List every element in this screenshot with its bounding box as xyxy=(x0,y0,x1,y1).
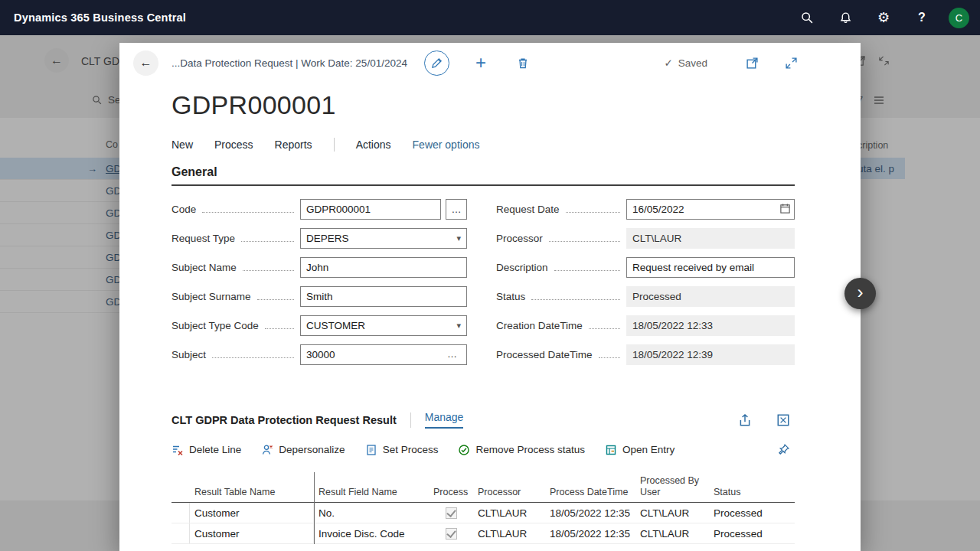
col-processed-by-user[interactable]: Processed By User xyxy=(635,475,709,498)
col-status[interactable]: Status xyxy=(709,487,795,498)
dotted-leader xyxy=(566,212,620,213)
code-assist-icon[interactable]: … xyxy=(446,199,467,220)
field-subject: Subject … xyxy=(172,344,467,365)
dialog-window-actions xyxy=(741,56,802,70)
new-record-icon[interactable]: + xyxy=(471,53,491,73)
app-header: Dynamics 365 Business Central ⚙ ? C xyxy=(0,0,980,35)
request-date-input[interactable] xyxy=(626,199,795,220)
chevron-down-icon[interactable]: ▾ xyxy=(456,233,461,243)
cell-process xyxy=(429,523,473,543)
cell-processed-by-user: CLT\LAUR xyxy=(635,503,709,523)
menu-item-new[interactable]: New xyxy=(172,139,193,151)
expand-icon[interactable] xyxy=(780,56,802,70)
open-entry-icon xyxy=(605,444,617,456)
table-row[interactable]: Customer Invoice Disc. Code CLT\LAUR 18/… xyxy=(172,523,795,544)
dotted-leader xyxy=(554,270,620,271)
cell-result-field-name: Invoice Disc. Code xyxy=(314,523,429,543)
section-divider xyxy=(410,412,411,428)
next-record-button[interactable]: › xyxy=(844,278,876,309)
set-process-button[interactable]: Set Process xyxy=(365,444,439,456)
dialog-back-icon[interactable]: ← xyxy=(133,51,158,76)
field-request-type: Request Type ▾ xyxy=(172,227,467,249)
saved-check-icon: ✓ xyxy=(664,57,672,69)
menu-item-process[interactable]: Process xyxy=(214,139,253,151)
dotted-leader xyxy=(257,299,294,300)
open-in-excel-icon[interactable] xyxy=(772,412,795,428)
general-section-heading[interactable]: General xyxy=(172,165,795,186)
cell-spacer xyxy=(288,503,314,523)
subject-name-input[interactable] xyxy=(300,257,467,278)
remove-process-status-button[interactable]: Remove Process status xyxy=(458,444,585,456)
dialog-caption: ...Data Protection Request | Work Date: … xyxy=(172,57,407,69)
set-process-icon xyxy=(365,444,377,456)
open-entry-button[interactable]: Open Entry xyxy=(605,444,675,456)
col-result-table-name[interactable]: Result Table Name xyxy=(190,487,288,498)
cell-process-datetime: 18/05/2022 12:35 xyxy=(545,503,635,523)
process-checkbox[interactable] xyxy=(446,507,457,519)
field-status: Status Processed xyxy=(496,285,795,307)
code-input[interactable] xyxy=(300,199,441,220)
delete-line-icon xyxy=(172,444,184,456)
result-toolbar: Delete Line Depersonalize Set Process Re… xyxy=(172,442,795,457)
result-header-icons xyxy=(733,412,795,428)
row-selector-cell xyxy=(172,523,190,543)
cell-spacer xyxy=(288,523,314,543)
cell-processor: CLT\LAUR xyxy=(473,503,545,523)
save-status: ✓ Saved xyxy=(664,57,707,69)
cell-status: Processed xyxy=(709,503,795,523)
field-description: Description xyxy=(496,256,795,278)
field-processor: Processor CLT\LAUR xyxy=(496,227,795,249)
calendar-icon[interactable] xyxy=(779,203,791,217)
process-checkbox[interactable] xyxy=(446,528,457,540)
subject-type-code-input[interactable] xyxy=(300,315,467,336)
dotted-leader xyxy=(589,328,620,329)
notifications-bell-icon[interactable] xyxy=(826,0,864,35)
cell-process-datetime: 18/05/2022 12:35 xyxy=(545,523,635,543)
open-in-new-icon[interactable] xyxy=(741,56,763,70)
col-processor[interactable]: Processor xyxy=(473,487,545,498)
page-title: GDPR000001 xyxy=(172,89,861,121)
dotted-leader xyxy=(243,270,294,271)
cell-result-table-name: Customer xyxy=(190,503,288,523)
cell-status: Processed xyxy=(709,523,795,543)
subject-surname-input[interactable] xyxy=(300,286,467,307)
menu-item-reports[interactable]: Reports xyxy=(275,139,312,151)
field-request-date: Request Date xyxy=(496,198,795,220)
settings-gear-icon[interactable]: ⚙ xyxy=(864,0,903,35)
dotted-leader xyxy=(549,241,620,242)
action-menu: New Process Reports Actions Fewer option… xyxy=(172,138,861,152)
col-process-datetime[interactable]: Process DateTime xyxy=(545,487,635,498)
dotted-leader xyxy=(599,357,620,358)
dotted-leader xyxy=(241,241,294,242)
chevron-down-icon[interactable]: ▾ xyxy=(456,321,461,331)
manage-tab[interactable]: Manage xyxy=(425,411,464,429)
depersonalize-button[interactable]: Depersonalize xyxy=(261,444,345,456)
table-row[interactable]: Customer No. CLT\LAUR 18/05/2022 12:35 C… xyxy=(172,503,795,523)
edit-pencil-icon[interactable] xyxy=(424,51,449,76)
subject-assist-icon[interactable]: … xyxy=(443,347,462,360)
delete-line-button[interactable]: Delete Line xyxy=(172,444,241,456)
menu-item-actions[interactable]: Actions xyxy=(356,139,391,151)
help-icon[interactable]: ? xyxy=(903,0,941,35)
pin-icon[interactable] xyxy=(773,442,795,457)
dotted-leader xyxy=(202,212,294,213)
field-subject-name: Subject Name xyxy=(172,256,467,278)
share-icon[interactable] xyxy=(733,412,756,428)
processed-datetime-value: 18/05/2022 12:39 xyxy=(626,344,795,365)
result-table: Result Table Name Result Field Name Proc… xyxy=(172,472,795,544)
col-process[interactable]: Process xyxy=(429,487,473,498)
menu-divider xyxy=(334,138,335,152)
description-input[interactable] xyxy=(626,257,795,278)
general-form: Code … Request Type ▾ Subjec xyxy=(172,198,795,373)
request-type-input[interactable] xyxy=(300,228,467,249)
dotted-leader xyxy=(212,357,294,358)
fewer-options-link[interactable]: Fewer options xyxy=(413,139,480,151)
search-icon[interactable] xyxy=(788,0,826,35)
account-avatar[interactable]: C xyxy=(949,8,969,28)
result-section-header: CLT GDPR Data Protection Request Result … xyxy=(172,411,795,429)
col-result-field-name[interactable]: Result Field Name xyxy=(314,487,429,498)
field-subject-surname: Subject Surname xyxy=(172,285,467,307)
status-value: Processed xyxy=(626,286,795,307)
delete-record-icon[interactable] xyxy=(512,56,534,70)
app-header-actions: ⚙ ? C xyxy=(788,0,980,35)
